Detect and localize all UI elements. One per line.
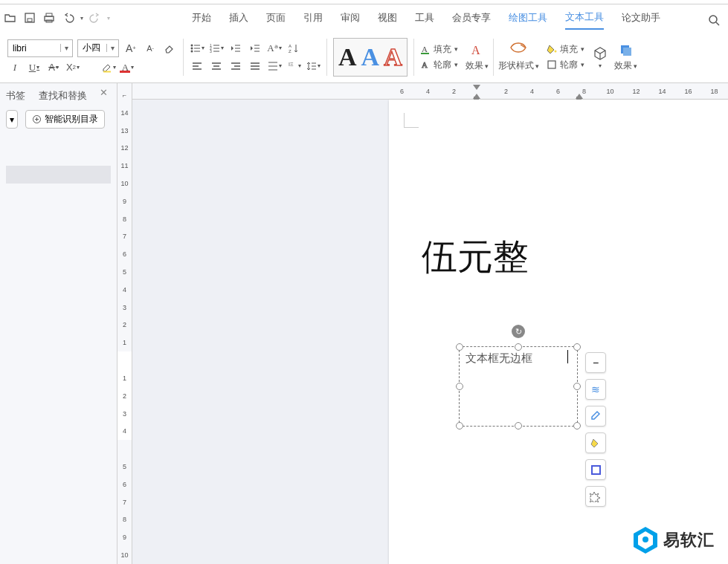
shape-outline-button[interactable]: 轮廓 <box>547 59 584 71</box>
svg-rect-8 <box>120 71 130 73</box>
svg-rect-0 <box>25 13 34 22</box>
italic-icon[interactable]: I <box>7 60 22 75</box>
align-justify-icon[interactable] <box>248 59 262 74</box>
format-painter-float-icon[interactable] <box>585 406 606 427</box>
svg-point-5 <box>709 16 717 23</box>
text-effect-button[interactable]: A效果 <box>466 42 489 72</box>
tab-drawing[interactable]: 绘图工具 <box>509 7 547 29</box>
sidebar-empty <box>6 166 111 184</box>
save-icon[interactable] <box>22 10 37 25</box>
svg-line-6 <box>716 22 719 25</box>
resize-handle[interactable] <box>515 343 522 351</box>
superscript-icon[interactable]: X2 <box>65 60 80 75</box>
font-size-select[interactable]: 小四▾ <box>77 39 119 57</box>
tab-insert[interactable]: 插入 <box>229 7 248 29</box>
svg-text:Z: Z <box>289 49 291 54</box>
resize-handle[interactable] <box>573 343 581 351</box>
text-cursor <box>567 350 568 363</box>
clear-format-icon[interactable] <box>162 41 177 56</box>
layout-float-icon[interactable]: ≋ <box>585 379 606 400</box>
svg-rect-55 <box>623 48 631 56</box>
bullet-list-icon[interactable] <box>190 41 204 56</box>
svg-rect-49 <box>421 53 429 54</box>
tab-review[interactable]: 审阅 <box>341 7 360 29</box>
text-direction-icon[interactable]: IΞ <box>286 59 301 74</box>
undo-icon[interactable] <box>61 10 76 25</box>
document-page: 伍元整 文本框无边框 − ≋ <box>389 100 728 564</box>
resize-handle[interactable] <box>456 383 463 390</box>
shape-effect-button[interactable]: 效果 <box>614 42 637 72</box>
resize-handle[interactable] <box>573 422 581 430</box>
resize-handle[interactable] <box>456 422 463 430</box>
close-icon[interactable]: ✕ <box>100 87 108 98</box>
resize-handle[interactable] <box>456 343 463 351</box>
outdent-icon[interactable] <box>228 41 243 56</box>
tool-float-icon[interactable] <box>585 486 606 507</box>
sort-icon[interactable]: AZ <box>286 41 301 56</box>
tab-start[interactable]: 开始 <box>192 7 211 29</box>
strike-icon[interactable]: A <box>46 60 61 75</box>
font-name-select[interactable]: libri▾ <box>7 39 73 57</box>
svg-point-11 <box>190 47 193 49</box>
svg-point-52 <box>554 51 556 53</box>
3d-button[interactable]: ▾ <box>592 45 608 69</box>
svg-rect-1 <box>28 19 32 22</box>
textbox-selected[interactable]: 文本框无边框 <box>459 346 578 427</box>
svg-text:3: 3 <box>210 49 212 54</box>
line-spacing-icon[interactable] <box>306 59 320 74</box>
print-icon[interactable] <box>42 10 57 25</box>
svg-point-9 <box>190 44 193 46</box>
distribute-icon[interactable] <box>267 59 282 74</box>
redo-icon[interactable] <box>88 10 103 25</box>
sidebar-tab-bookmark[interactable]: 书签 <box>6 89 25 103</box>
rotate-handle-icon[interactable] <box>512 325 525 338</box>
shape-style-button[interactable]: 形状样式 <box>498 42 539 72</box>
fill-float-icon[interactable] <box>585 432 606 453</box>
auto-toc-button[interactable]: 智能识别目录 <box>25 110 105 129</box>
shape-fill-button[interactable]: 填充 <box>547 43 584 56</box>
quick-access-toolbar: ▾ ▾ <box>0 10 110 25</box>
horizontal-ruler: 64224681012141618 <box>132 83 728 100</box>
text-fill-button[interactable]: A填充 <box>420 43 458 56</box>
wordart-gallery[interactable]: A A A <box>333 38 408 77</box>
number-list-icon[interactable]: 123 <box>209 41 224 56</box>
svg-rect-53 <box>548 61 555 68</box>
tab-ref[interactable]: 引用 <box>303 7 323 29</box>
grow-font-icon[interactable]: A+ <box>123 41 138 56</box>
sidebar: 书签 查找和替换 ✕ ▾ 智能识别目录 <box>0 83 117 564</box>
tab-thesis[interactable]: 论文助手 <box>622 7 660 29</box>
sidebar-dropdown[interactable]: ▾ <box>6 110 18 129</box>
svg-text:A: A <box>471 44 480 56</box>
svg-text:A: A <box>289 44 291 48</box>
tab-page[interactable]: 页面 <box>266 7 286 29</box>
underline-icon[interactable]: U <box>27 60 42 75</box>
tab-bar: 开始 插入 页面 引用 审阅 视图 工具 会员专享 绘图工具 文本工具 论文助手 <box>110 4 660 31</box>
sidebar-tab-findreplace[interactable]: 查找和替换 <box>39 89 87 103</box>
align-left-icon[interactable] <box>190 59 204 74</box>
svg-text:A: A <box>422 60 428 69</box>
outline-float-icon[interactable] <box>585 459 606 480</box>
search-icon[interactable] <box>707 13 721 27</box>
tab-text[interactable]: 文本工具 <box>565 6 604 30</box>
font-color-icon[interactable]: A <box>120 60 135 75</box>
text-outline-button[interactable]: A轮廓 <box>420 59 458 71</box>
open-icon[interactable] <box>3 10 18 25</box>
align-right-icon[interactable] <box>228 59 243 74</box>
vertical-ruler: ⌐ 1413121110987654321 1234 5678910 <box>117 83 132 564</box>
shrink-font-icon[interactable]: A- <box>143 41 158 56</box>
float-toolbar: − ≋ <box>585 352 606 507</box>
svg-point-13 <box>190 50 193 52</box>
change-case-icon[interactable]: Aᵃ <box>267 41 282 56</box>
indent-icon[interactable] <box>248 41 262 56</box>
svg-text:A: A <box>422 45 428 54</box>
document-heading: 伍元整 <box>422 233 529 281</box>
align-center-icon[interactable] <box>209 59 224 74</box>
resize-handle[interactable] <box>573 383 581 390</box>
tab-member[interactable]: 会员专享 <box>452 7 491 29</box>
tab-view[interactable]: 视图 <box>378 7 397 29</box>
minimize-float-icon[interactable]: − <box>585 352 606 373</box>
svg-text:IΞ: IΞ <box>289 62 294 67</box>
highlight-icon[interactable] <box>101 60 116 75</box>
resize-handle[interactable] <box>515 422 522 430</box>
tab-tool[interactable]: 工具 <box>415 7 434 29</box>
